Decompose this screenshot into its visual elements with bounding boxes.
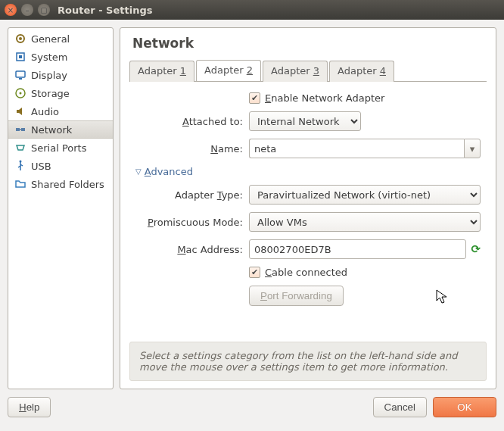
sidebar-item-label: Network bbox=[31, 124, 72, 136]
cancel-button[interactable]: Cancel bbox=[373, 397, 428, 417]
audio-icon bbox=[14, 105, 26, 117]
name-input[interactable] bbox=[249, 139, 464, 158]
mac-address-input[interactable] bbox=[249, 239, 466, 259]
svg-rect-5 bbox=[19, 78, 22, 80]
cable-connected-checkbox[interactable] bbox=[249, 267, 260, 278]
monitor-icon bbox=[14, 69, 26, 81]
svg-point-7 bbox=[20, 92, 22, 95]
disk-icon bbox=[14, 87, 26, 99]
sidebar-item-shared[interactable]: Shared Folders bbox=[8, 175, 113, 193]
sidebar-item-label: Shared Folders bbox=[31, 179, 104, 190]
chevron-down-icon: ▽ bbox=[135, 167, 142, 176]
promiscuous-mode-select[interactable]: Allow VMs bbox=[249, 212, 481, 232]
sidebar: General System Display Storage Audio Net… bbox=[8, 27, 114, 389]
tab-adapter-1[interactable]: Adapter 1 bbox=[129, 61, 194, 82]
maximize-icon[interactable]: ▢ bbox=[38, 4, 50, 16]
gear-icon bbox=[14, 33, 26, 45]
chip-icon bbox=[14, 51, 26, 63]
advanced-toggle[interactable]: ▽ Advanced bbox=[135, 166, 243, 177]
minimize-icon[interactable]: – bbox=[21, 4, 33, 16]
svg-rect-9 bbox=[21, 128, 25, 131]
svg-rect-8 bbox=[16, 128, 20, 131]
adapter-type-select[interactable]: Paravirtualized Network (virtio-net) bbox=[249, 185, 481, 205]
sidebar-item-display[interactable]: Display bbox=[8, 66, 113, 84]
folder-icon bbox=[14, 178, 26, 190]
sidebar-item-label: Storage bbox=[31, 88, 70, 99]
usb-icon bbox=[14, 160, 26, 172]
attached-to-label: Attached to: bbox=[135, 116, 249, 127]
port-forwarding-button: Port Forwarding bbox=[249, 286, 344, 306]
enable-adapter-label: Enable Network Adapter bbox=[265, 92, 384, 104]
mac-address-label: Mac Address: bbox=[135, 244, 249, 255]
tab-adapter-3[interactable]: Adapter 3 bbox=[263, 61, 328, 82]
sidebar-item-label: System bbox=[31, 52, 67, 63]
svg-rect-3 bbox=[19, 55, 22, 58]
sidebar-item-audio[interactable]: Audio bbox=[8, 102, 113, 120]
adapter-type-label: Adapter Type: bbox=[135, 189, 249, 201]
settings-panel: Network Adapter 1 Adapter 2 Adapter 3 Ad… bbox=[120, 27, 496, 389]
close-icon[interactable]: × bbox=[5, 4, 17, 16]
sidebar-item-label: Serial Ports bbox=[31, 142, 86, 154]
serial-icon bbox=[14, 142, 26, 154]
name-dropdown-button[interactable]: ▾ bbox=[464, 139, 481, 158]
adapter-tabs: Adapter 1 Adapter 2 Adapter 3 Adapter 4 bbox=[129, 60, 487, 82]
cable-connected-label: Cable connected bbox=[265, 267, 347, 278]
svg-point-1 bbox=[19, 37, 22, 40]
sidebar-item-label: Display bbox=[31, 70, 67, 81]
panel-heading: Network bbox=[132, 36, 487, 51]
attached-to-select[interactable]: Internal Network bbox=[249, 111, 361, 131]
sidebar-item-system[interactable]: System bbox=[8, 48, 113, 66]
hint-text: Select a settings category from the list… bbox=[129, 342, 487, 381]
tab-adapter-2[interactable]: Adapter 2 bbox=[196, 60, 261, 81]
name-label: Name: bbox=[135, 143, 249, 155]
sidebar-item-usb[interactable]: USB bbox=[8, 157, 113, 175]
titlebar: × – ▢ Router - Settings bbox=[0, 0, 504, 20]
tab-adapter-4[interactable]: Adapter 4 bbox=[329, 61, 394, 82]
promiscuous-mode-label: Promiscuous Mode: bbox=[135, 217, 249, 228]
sidebar-item-serial[interactable]: Serial Ports bbox=[8, 139, 113, 157]
sidebar-item-storage[interactable]: Storage bbox=[8, 84, 113, 102]
sidebar-item-label: Audio bbox=[31, 106, 59, 117]
svg-rect-4 bbox=[16, 71, 25, 77]
window-title: Router - Settings bbox=[58, 5, 152, 16]
sidebar-item-network[interactable]: Network bbox=[8, 120, 113, 139]
enable-adapter-checkbox[interactable] bbox=[249, 92, 260, 104]
help-button[interactable]: Help bbox=[8, 397, 51, 417]
ok-button[interactable]: OK bbox=[433, 397, 496, 417]
network-icon bbox=[14, 123, 26, 136]
sidebar-item-general[interactable]: General bbox=[8, 30, 113, 48]
sidebar-item-label: General bbox=[31, 33, 70, 45]
refresh-mac-button[interactable]: ⟳ bbox=[471, 242, 481, 256]
svg-point-10 bbox=[20, 161, 22, 163]
sidebar-item-label: USB bbox=[31, 161, 51, 172]
